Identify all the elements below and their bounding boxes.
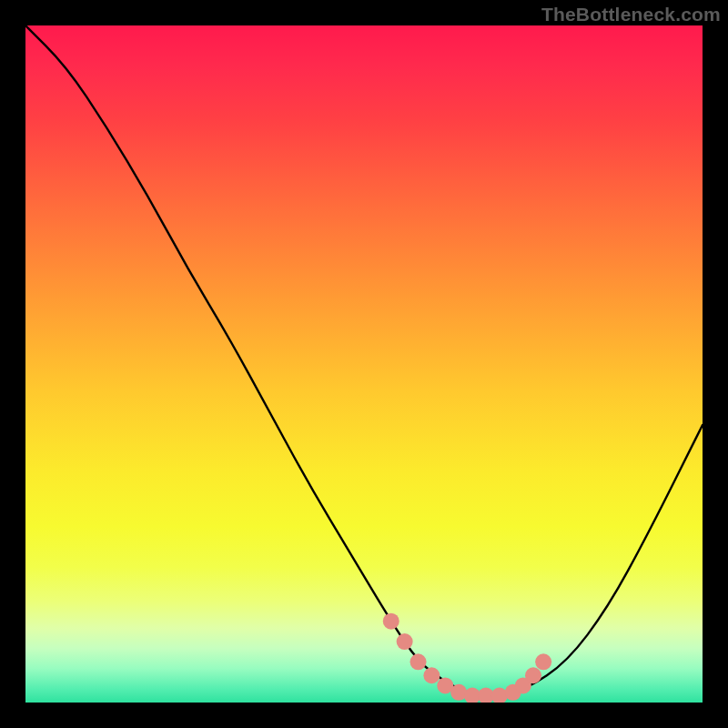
optimal-range-dot bbox=[397, 633, 413, 650]
bottleneck-curve bbox=[25, 25, 703, 696]
optimal-range-dot bbox=[423, 667, 440, 683]
chart-svg bbox=[25, 25, 703, 703]
optimal-range-dot bbox=[410, 653, 427, 670]
optimal-range-dot bbox=[491, 688, 508, 703]
optimal-range-dot bbox=[525, 667, 541, 683]
chart-frame bbox=[25, 25, 703, 703]
optimal-range-dot bbox=[535, 653, 551, 670]
watermark-text: TheBottleneck.com bbox=[541, 4, 721, 25]
optimal-range-dots bbox=[383, 613, 551, 703]
optimal-range-dot bbox=[383, 613, 399, 630]
